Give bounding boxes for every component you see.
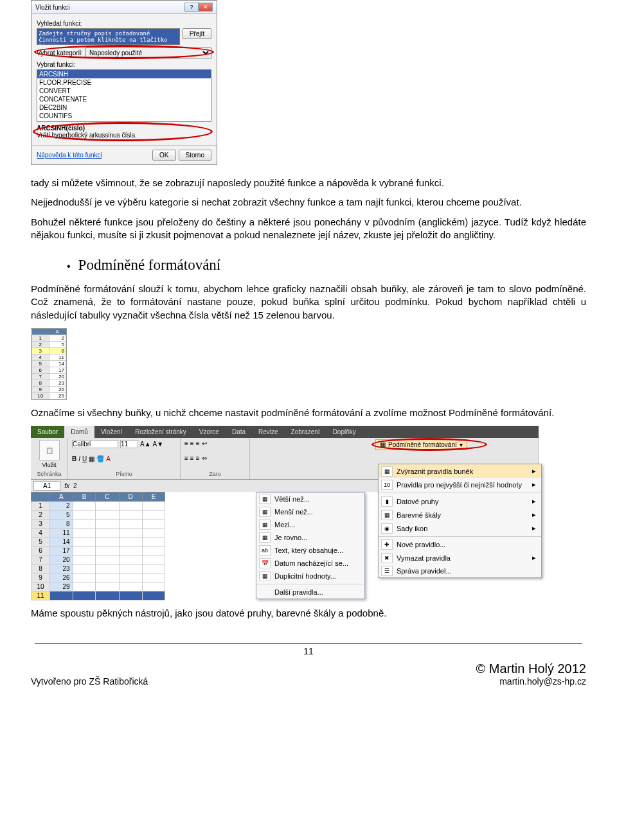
menu-item-between[interactable]: ▦Mezi... [256, 518, 364, 531]
function-list[interactable]: ARCSINH FLOOR.PRECISE CONVERT CONCATENAT… [37, 69, 211, 122]
rule-icon: ab [259, 545, 271, 556]
row-header[interactable]: 6 [31, 547, 50, 556]
underline-button[interactable]: U [82, 455, 87, 462]
tab-review[interactable]: Revize [252, 426, 285, 438]
help-button[interactable]: ? [184, 3, 199, 12]
menu-item-greater[interactable]: ▦Větší než... [256, 493, 364, 505]
cell[interactable]: 23 [50, 564, 73, 573]
paragraph: tady si můžete všimnout, že se zobrazují… [31, 177, 586, 189]
tab-layout[interactable]: Rozložení stránky [129, 426, 192, 438]
align-mid-icon[interactable]: ≡ [190, 440, 194, 447]
merge-icon[interactable]: ⇔ [202, 455, 207, 462]
fx-icon[interactable]: fx [64, 482, 69, 489]
name-box[interactable]: A1 [33, 481, 60, 491]
row-header[interactable]: 8 [31, 564, 50, 573]
menu-item-equal[interactable]: ▦Je rovno... [256, 531, 364, 544]
conditional-formatting-button[interactable]: ▦ Podmíněné formátování ▾ [375, 439, 467, 450]
grow-font-icon[interactable]: A▲ [140, 441, 151, 448]
border-icon[interactable]: ▦ [89, 455, 94, 462]
chevron-right-icon: ▸ [522, 524, 536, 532]
row-header[interactable]: 2 [31, 511, 50, 520]
group-label: Schránka [35, 471, 64, 477]
row-header[interactable]: 1 [31, 502, 50, 511]
menu-item-highlight-rules[interactable]: ▦Zvýraznit pravidla buněk▸ [379, 464, 541, 478]
new-rule-icon: ✚ [381, 539, 393, 550]
list-item[interactable]: CONVERT [37, 87, 211, 95]
bold-button[interactable]: B [72, 455, 76, 462]
font-color-icon[interactable]: A [106, 455, 111, 462]
align-center-icon[interactable]: ≡ [190, 455, 194, 462]
category-select[interactable]: Naposledy použité [85, 48, 211, 58]
menu-item-clear-rules[interactable]: ✖Vymazat pravidla▸ [379, 551, 541, 564]
tab-file[interactable]: Soubor [31, 426, 64, 438]
list-item[interactable]: FLOOR.PRECISE [37, 78, 211, 87]
fill-color-icon[interactable]: 🪣 [96, 455, 104, 462]
col-header[interactable]: A [50, 493, 73, 502]
col-header[interactable]: C [96, 493, 119, 502]
tab-addins[interactable]: Doplňky [326, 426, 362, 438]
corner-cell[interactable] [31, 493, 50, 502]
paste-icon[interactable]: 📋 [39, 440, 60, 460]
wrap-icon[interactable]: ↩ [202, 440, 207, 447]
menu-item-new-rule[interactable]: ✚Nové pravidlo... [379, 538, 541, 551]
menu-item-manage-rules[interactable]: ☰Správa pravidel... [379, 564, 541, 577]
cell[interactable]: 29 [50, 582, 73, 591]
help-link[interactable]: Nápověda k této funkci [37, 152, 102, 159]
go-button[interactable]: Přejít [183, 28, 211, 39]
align-bot-icon[interactable]: ≡ [196, 440, 200, 447]
cell[interactable]: 5 [50, 511, 73, 520]
menu-item-color-scales[interactable]: ▦Barevné škály▸ [379, 508, 541, 521]
col-header[interactable]: D [119, 493, 142, 502]
cell[interactable]: 8 [50, 520, 73, 529]
menu-item-data-bars[interactable]: ▮Datové pruhy▸ [379, 494, 541, 508]
close-button[interactable]: ✕ [199, 3, 213, 12]
tab-data[interactable]: Data [226, 426, 252, 438]
align-right-icon[interactable]: ≡ [196, 455, 200, 462]
menu-item-top-bottom[interactable]: 10Pravidla pro nejvyšší či nejnižší hodn… [379, 478, 541, 491]
tab-home[interactable]: Domů [64, 426, 94, 438]
tab-insert[interactable]: Vložení [94, 426, 129, 438]
shrink-font-icon[interactable]: A▼ [153, 441, 164, 448]
tab-view[interactable]: Zobrazení [285, 426, 326, 438]
menu-item-date[interactable]: 📅Datum nacházející se... [256, 557, 364, 570]
italic-button[interactable]: I [78, 455, 80, 462]
menu-item-less[interactable]: ▦Menší než... [256, 505, 364, 518]
align-left-icon[interactable]: ≡ [184, 455, 188, 462]
cell[interactable]: 11 [50, 529, 73, 538]
row-header[interactable]: 9 [31, 573, 50, 582]
select-func-label: Vybrat funkci: [37, 61, 211, 68]
align-top-icon[interactable]: ≡ [184, 440, 188, 447]
search-input[interactable]: Zadejte stručný popis požadované činnost… [37, 28, 180, 45]
formula-bar[interactable]: 2 [73, 482, 77, 489]
mini-spreadsheet: A 12 25 38 411 514 617 720 823 926 1029 [31, 328, 67, 400]
cell[interactable]: 17 [50, 547, 73, 556]
list-item[interactable]: ARCSINH [37, 70, 211, 78]
menu-item-more-rules[interactable]: Další pravidla... [256, 586, 364, 599]
row-header[interactable]: 10 [31, 582, 50, 591]
row-header[interactable]: 11 [31, 591, 50, 600]
cell[interactable] [50, 591, 73, 600]
cell[interactable]: 14 [50, 538, 73, 547]
cell[interactable]: 26 [50, 573, 73, 582]
list-item[interactable]: COUNTIFS [37, 112, 211, 120]
row-header[interactable]: 7 [31, 556, 50, 564]
rule-icon: ▦ [259, 520, 271, 530]
list-item[interactable]: DEC2BIN [37, 103, 211, 112]
col-header[interactable]: E [142, 493, 165, 502]
col-header[interactable]: B [73, 493, 96, 502]
cancel-button[interactable]: Storno [179, 150, 211, 161]
menu-item-icon-sets[interactable]: ◉Sady ikon▸ [379, 521, 541, 535]
font-select[interactable] [72, 440, 118, 448]
menu-item-dup[interactable]: ▦Duplicitní hodnoty... [256, 570, 364, 582]
row-header[interactable]: 3 [31, 520, 50, 529]
cell[interactable]: 2 [50, 502, 73, 511]
size-select[interactable] [120, 440, 138, 448]
list-item[interactable]: CONCATENATE [37, 95, 211, 103]
chevron-right-icon: ▸ [522, 497, 536, 505]
row-header[interactable]: 5 [31, 538, 50, 547]
row-header[interactable]: 4 [31, 529, 50, 538]
tab-formulas[interactable]: Vzorce [193, 426, 226, 438]
cell[interactable]: 20 [50, 556, 73, 564]
menu-item-text[interactable]: abText, který obsahuje... [256, 544, 364, 557]
ok-button[interactable]: OK [152, 150, 175, 161]
